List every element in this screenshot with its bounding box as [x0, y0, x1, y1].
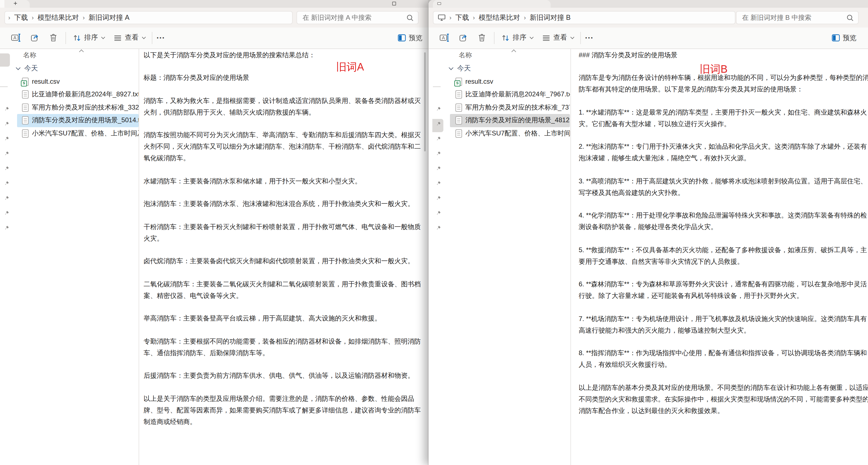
txt-file-icon	[456, 129, 462, 138]
column-header-label: 名称	[23, 51, 36, 60]
preview-toggle-button[interactable]: 预览	[398, 28, 423, 49]
file-row-military[interactable]: 军用方舱分类及对应的技术标准_3328.txt	[17, 101, 138, 114]
column-header-name[interactable]: 名称	[11, 49, 138, 62]
rename-button[interactable]: A	[439, 33, 450, 43]
preview-paragraph: 消防车按照功能不同可分为灭火消防车、举高消防车、专勤消防车和后援消防车四大类。根…	[144, 129, 425, 164]
preview-paragraph: 以上是关于消防车的类型及应用场景介绍。需要注意的是，消防车的价格、参数、性能会因…	[144, 393, 425, 428]
file-row-firetruck-selected[interactable]: 消防车分类及对应的使用场景_5014.txt	[17, 114, 138, 127]
nav-separator	[0, 86, 8, 87]
sort-button[interactable]: 排序	[501, 33, 533, 43]
breadcrumb-chevron-icon: ›	[8, 14, 10, 21]
preview-paragraph: 后援消防车：主要负责为前方消防车供水、供电、供气、供油等，以及运输消防器材和物资…	[144, 370, 425, 382]
file-list: 名称 今天 result.csv 比亚迪降价最新消息2024年_7967.txt	[443, 49, 570, 465]
pin-icon[interactable]	[4, 166, 9, 171]
pin-icon[interactable]	[436, 225, 441, 230]
new-tab-button[interactable]: +	[11, 0, 19, 8]
tab-bar-a: +	[0, 0, 428, 8]
pin-icon[interactable]	[4, 210, 9, 215]
file-row-byd[interactable]: 比亚迪降价最新消息2024年_7967.txt	[450, 88, 570, 101]
file-row-result-csv[interactable]: result.csv	[17, 75, 138, 88]
pin-icon[interactable]	[4, 195, 9, 201]
breadcrumb-item-compare[interactable]: 模型结果比对	[479, 13, 520, 22]
search-input[interactable]	[741, 13, 846, 22]
pin-icon[interactable]	[436, 195, 441, 201]
sort-label: 排序	[84, 33, 98, 43]
file-row-military[interactable]: 军用方舱分类及对应的技术标准_7371.txt	[450, 101, 570, 114]
explorer-tab-b[interactable]	[433, 0, 551, 8]
pin-icon[interactable]	[4, 180, 9, 186]
view-label: 查看	[553, 33, 567, 43]
pin-icon[interactable]	[436, 136, 441, 141]
share-button[interactable]	[459, 33, 468, 43]
pin-icon[interactable]	[4, 106, 9, 112]
pin-icon[interactable]	[436, 210, 441, 215]
txt-file-icon	[22, 116, 29, 125]
file-row-result-csv[interactable]: result.csv	[450, 75, 570, 88]
annotation-old-word-b: 旧词B	[700, 63, 727, 75]
tab-folder-icon	[437, 2, 441, 5]
group-label: 今天	[24, 64, 38, 73]
pin-icon[interactable]	[436, 180, 441, 186]
sort-button[interactable]: 排序	[72, 33, 104, 43]
pin-icon[interactable]	[4, 151, 9, 156]
rename-button[interactable]: A	[11, 33, 21, 43]
view-button[interactable]: 查看	[542, 33, 574, 43]
txt-file-icon	[456, 91, 462, 99]
preview-paragraph: 5. **救援消防车**：不仅具备基本的灭火功能，还配备了多种救援设备，如液压剪…	[579, 244, 868, 267]
pin-icon[interactable]	[4, 225, 9, 230]
breadcrumb-item-downloads[interactable]: 下载	[14, 13, 28, 22]
preview-paragraph: 标题：消防车分类及对应的使用场景	[144, 72, 425, 84]
delete-button[interactable]	[477, 33, 486, 43]
column-header-name[interactable]: 名称	[443, 49, 570, 62]
content-area-a: 名称 今天 result.csv 比亚迪降价最新消息2024年_8927.txt	[0, 49, 428, 465]
breadcrumb: › 下载 › 模型结果比对 › 新旧词对撞 A	[4, 11, 292, 24]
txt-file-icon	[456, 116, 462, 125]
preview-toggle-button[interactable]: 预览	[832, 28, 857, 49]
preview-pane-a: 以下是关于消防车分类及对应的使用场景的搜索结果总结： 标题：消防车分类及对应的使…	[139, 49, 428, 465]
tab-bar-b	[429, 0, 868, 8]
toolbar-separator	[65, 32, 66, 44]
pin-icon[interactable]	[436, 151, 441, 156]
group-header-today[interactable]: 今天	[11, 62, 138, 75]
pin-icon[interactable]	[436, 166, 441, 171]
preview-paragraph: 6. **森林消防车**：专为森林和草原等野外火灾设计，通常配备有四驱功能，可以…	[579, 279, 868, 302]
explorer-window-b: › 下载 › 模型结果比对 › 新旧词对撞 B A	[429, 0, 868, 465]
sort-icon	[72, 34, 82, 42]
file-row-firetruck-selected[interactable]: 消防车分类及对应的使用场景_4812.txt	[450, 114, 570, 127]
preview-paragraph: 卤代烷消防车：主要装备卤代烷灭火剂罐和卤代烷喷射装置，用于扑救油类火灾和一般火灾…	[144, 256, 425, 267]
sort-ascending-icon	[79, 49, 84, 54]
group-header-today[interactable]: 今天	[443, 62, 570, 75]
share-button[interactable]	[30, 33, 40, 43]
more-options-button[interactable]: •••	[157, 35, 165, 41]
header-bar-b: › 下载 › 模型结果比对 › 新旧词对撞 B	[429, 8, 868, 28]
file-row-xiaomi[interactable]: 小米汽车SU7配置、价格、上市时间及优势_19...	[17, 127, 138, 140]
svg-text:A: A	[13, 35, 17, 40]
file-name: 军用方舱分类及对应的技术标准_7371.txt	[465, 103, 570, 112]
pin-icon[interactable]	[436, 121, 441, 126]
breadcrumb-item-folder-b[interactable]: 新旧词对撞 B	[530, 13, 571, 22]
txt-file-icon	[22, 129, 29, 138]
view-icon	[113, 34, 122, 42]
view-button[interactable]: 查看	[113, 33, 145, 43]
search-box	[736, 11, 859, 24]
window-caption-icon	[392, 2, 396, 5]
pin-icon[interactable]	[4, 136, 9, 141]
pin-icon[interactable]	[436, 106, 441, 112]
file-row-xiaomi[interactable]: 小米汽车SU7配置、价格、上市时间及优势_44...	[450, 127, 570, 140]
delete-button[interactable]	[49, 33, 58, 43]
chevron-down-icon	[530, 35, 533, 39]
breadcrumb-item-compare[interactable]: 模型结果比对	[38, 13, 79, 22]
preview-paragraph: ### 消防车分类及对应的使用场景	[579, 49, 868, 61]
breadcrumb-item-downloads[interactable]: 下载	[455, 13, 469, 22]
file-row-byd[interactable]: 比亚迪降价最新消息2024年_8927.txt	[17, 88, 138, 101]
pin-icon[interactable]	[4, 121, 9, 126]
preview-paragraph: 以下是关于消防车分类及对应的使用场景的搜索结果总结：	[144, 49, 425, 61]
more-options-button[interactable]: •••	[585, 35, 594, 41]
scrollbar[interactable]	[424, 52, 426, 151]
search-input[interactable]	[302, 13, 406, 22]
preview-label: 预览	[843, 33, 857, 43]
chevron-down-icon	[101, 35, 105, 39]
breadcrumb-item-folder-a[interactable]: 新旧词对撞 A	[89, 13, 129, 22]
preview-paragraph: 水罐消防车：主要装备消防水泵和储水罐，用于扑灭一般火灾和小型火灾。	[144, 175, 425, 187]
explorer-window-a: + › 下载 › 模型结果比对 › 新旧词对撞 A A	[0, 0, 428, 465]
